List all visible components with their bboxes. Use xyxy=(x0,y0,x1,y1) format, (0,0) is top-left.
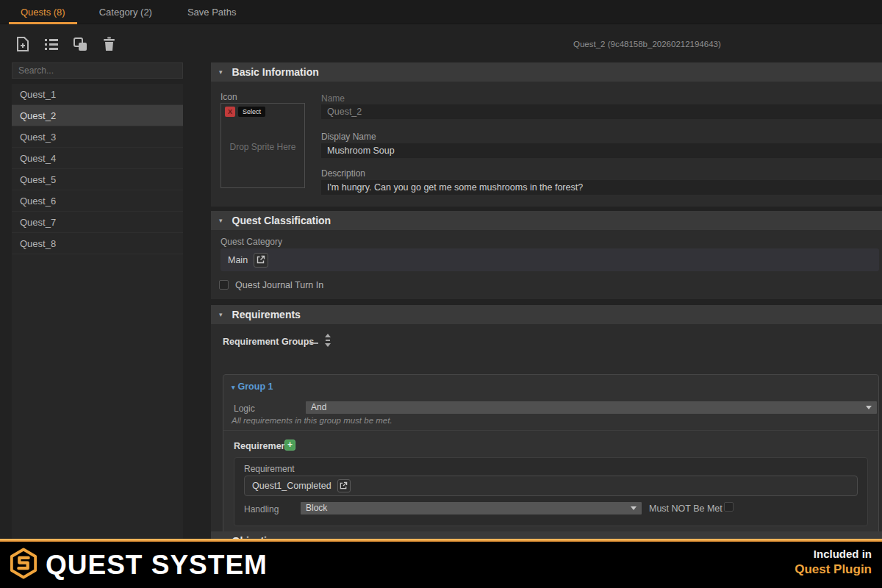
must-not-be-met-checkbox[interactable] xyxy=(724,502,734,512)
logic-dropdown[interactable]: And xyxy=(306,401,877,414)
sort-arrows-icon xyxy=(324,337,331,349)
requirement-item-box: Requirement Quest1_Completed xyxy=(234,457,868,526)
delete-quest-button[interactable] xyxy=(99,35,118,53)
section-title: Basic Information xyxy=(232,66,319,78)
quest-category-value: Main xyxy=(228,255,248,265)
included-in-text: Included in xyxy=(795,548,872,562)
select-sprite-button[interactable]: Select xyxy=(238,107,265,117)
name-label: Name xyxy=(321,93,345,104)
foldout-arrow-icon: ▾ xyxy=(232,384,235,391)
requirement-groups-label: Requirement Groups xyxy=(223,337,314,347)
banner-included-block: Included in Quest Plugin xyxy=(795,548,872,577)
quest-list-item[interactable]: Quest_3 xyxy=(12,126,183,148)
tab-save-paths[interactable]: Save Paths xyxy=(176,0,248,24)
quest-plugin-text: Quest Plugin xyxy=(795,562,872,577)
section-basic-information[interactable]: ▾ Basic Information xyxy=(211,62,882,82)
promo-banner: QUEST SYSTEM Included in Quest Plugin xyxy=(0,542,882,588)
sprite-drop-area[interactable]: X Select Drop Sprite Here xyxy=(220,103,305,188)
journal-turn-in-checkbox[interactable] xyxy=(219,280,229,290)
quest-classification-body: Quest Category Main Quest Journal Turn I… xyxy=(211,230,882,299)
quest-category-label: Quest Category xyxy=(220,237,282,247)
group-title: Group 1 xyxy=(238,381,273,392)
tab-quests[interactable]: Quests (8) xyxy=(9,0,77,24)
quest-inspector: Quest_2 (9c48158b_20260212194643) ▾ Basi… xyxy=(211,24,882,539)
name-field[interactable] xyxy=(321,104,882,119)
quest-list-item[interactable]: Quest_4 xyxy=(12,148,183,169)
quest-category-field: Main xyxy=(220,248,879,271)
handling-label: Handling xyxy=(244,504,279,514)
quest-list-item[interactable]: Quest_7 xyxy=(12,212,183,233)
new-quest-button[interactable] xyxy=(13,35,32,53)
handling-value: Block xyxy=(306,503,327,513)
quest-editor-window: Quests (8) Category (2) Save Paths xyxy=(0,0,882,588)
description-field[interactable] xyxy=(321,180,882,195)
list-view-button[interactable] xyxy=(42,35,61,53)
quest-list-item[interactable]: Quest_8 xyxy=(12,233,183,254)
quest-list: Quest_1 Quest_2 Quest_3 Quest_4 Quest_5 … xyxy=(12,84,183,539)
clear-sprite-button[interactable]: X xyxy=(225,107,235,117)
quest-system-logo-icon xyxy=(10,548,37,582)
banner-title: QUEST SYSTEM xyxy=(46,550,268,581)
section-quest-classification[interactable]: ▾ Quest Classification xyxy=(211,211,882,230)
description-label: Description xyxy=(321,168,365,179)
trash-icon xyxy=(103,37,115,51)
external-link-icon xyxy=(340,479,348,492)
quest-guid-header: Quest_2 (9c48158b_20260212194643) xyxy=(573,40,721,49)
section-title: Quest Classification xyxy=(232,215,331,226)
list-icon xyxy=(44,37,59,51)
open-category-button[interactable] xyxy=(254,253,268,268)
foldout-arrow-icon: ▾ xyxy=(219,68,223,76)
dropdown-arrow-icon xyxy=(631,506,637,510)
must-not-be-met-label: Must NOT Be Met xyxy=(649,503,723,514)
icon-label: Icon xyxy=(220,92,237,102)
quest-list-item-selected[interactable]: Quest_2 xyxy=(12,105,183,126)
quest-list-item[interactable]: Quest_1 xyxy=(12,84,183,105)
logic-value: And xyxy=(311,402,326,412)
display-name-field[interactable] xyxy=(321,143,882,158)
duplicate-quest-button[interactable] xyxy=(71,35,90,53)
tab-bar: Quests (8) Category (2) Save Paths xyxy=(0,0,882,24)
external-link-icon xyxy=(257,254,265,267)
basic-information-body: Icon X Select Drop Sprite Here Name Disp… xyxy=(211,82,882,207)
section-objectives-clipped[interactable]: ▾ Objectives xyxy=(211,531,882,539)
quest-search-input[interactable] xyxy=(12,62,183,79)
tab-category[interactable]: Category (2) xyxy=(87,0,164,24)
open-requirement-button[interactable] xyxy=(337,479,351,492)
copy-icon xyxy=(73,37,87,51)
sidebar-toolbar xyxy=(13,35,118,53)
logic-label: Logic xyxy=(234,404,255,414)
foldout-arrow-icon: ▾ xyxy=(219,311,223,318)
section-title: Requirements xyxy=(232,309,301,320)
new-file-icon xyxy=(16,37,29,52)
foldout-arrow-icon: ▾ xyxy=(219,217,223,224)
group-divider xyxy=(223,430,878,431)
requirement-label: Requirement xyxy=(244,464,295,474)
add-requirement-button[interactable]: + xyxy=(284,440,295,451)
journal-turn-in-label: Quest Journal Turn In xyxy=(235,280,323,290)
quest-list-item[interactable]: Quest_6 xyxy=(12,190,183,212)
requirement-reference-value: Quest1_Completed xyxy=(252,481,331,491)
logic-help-text: All requirements in this group must be m… xyxy=(232,416,392,425)
reorder-groups-button[interactable] xyxy=(324,334,331,350)
quest-sidebar: Quest_1 Quest_2 Quest_3 Quest_4 Quest_5 … xyxy=(0,24,191,539)
drop-sprite-hint: Drop Sprite Here xyxy=(221,142,304,152)
requirement-group-box: ▾Group 1 Logic And All requirements in t… xyxy=(223,374,879,537)
display-name-label: Display Name xyxy=(321,132,376,142)
requirement-reference-field: Quest1_Completed xyxy=(244,476,858,496)
section-requirements[interactable]: ▾ Requirements xyxy=(211,305,882,324)
handling-dropdown[interactable]: Block xyxy=(301,502,642,514)
quest-list-item[interactable]: Quest_5 xyxy=(12,169,183,190)
requirements-body: Requirement Groups ▾Group 1 Logic An xyxy=(211,324,882,539)
dropdown-arrow-icon xyxy=(866,406,872,409)
remove-group-button[interactable] xyxy=(309,335,319,345)
group-1-foldout[interactable]: ▾Group 1 xyxy=(232,381,273,392)
